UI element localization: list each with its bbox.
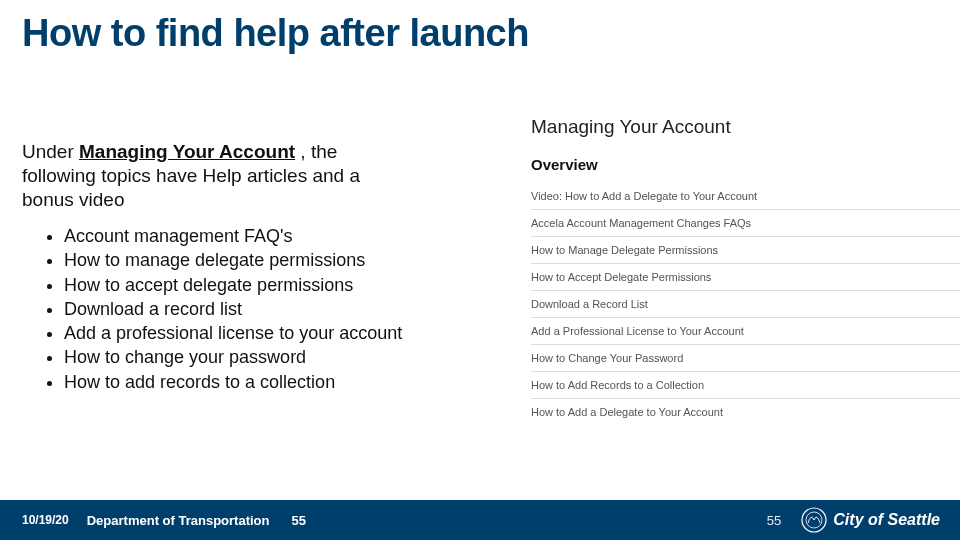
footer-page-right: 55 bbox=[767, 513, 781, 528]
panel-row: How to Add a Delegate to Your Account bbox=[531, 399, 960, 425]
slide: How to find help after launch Under Mana… bbox=[0, 0, 960, 540]
list-item: How to manage delegate permissions bbox=[64, 248, 418, 272]
panel-row: Accela Account Management Changes FAQs bbox=[531, 210, 960, 237]
panel-row: Download a Record List bbox=[531, 291, 960, 318]
panel-row: How to Accept Delegate Permissions bbox=[531, 264, 960, 291]
panel-row: Video: How to Add a Delegate to Your Acc… bbox=[531, 183, 960, 210]
city-logo: City of Seattle bbox=[801, 507, 940, 533]
list-item: Download a record list bbox=[64, 297, 418, 321]
panel-row: How to Add Records to a Collection bbox=[531, 372, 960, 399]
panel-overview: Overview bbox=[531, 156, 960, 173]
footer-department: Department of Transportation bbox=[87, 513, 270, 528]
list-item: Account management FAQ's bbox=[64, 224, 418, 248]
intro-link: Managing Your Account bbox=[79, 141, 295, 162]
panel-row: How to Manage Delegate Permissions bbox=[531, 237, 960, 264]
slide-title: How to find help after launch bbox=[22, 14, 529, 54]
seal-icon bbox=[801, 507, 827, 533]
help-panel: Managing Your Account Overview Video: Ho… bbox=[530, 108, 960, 488]
footer-date: 10/19/20 bbox=[22, 513, 69, 527]
list-item: How to add records to a collection bbox=[64, 370, 418, 394]
logo-text: City of Seattle bbox=[833, 511, 940, 529]
footer-page: 55 bbox=[291, 513, 305, 528]
list-item: Add a professional license to your accou… bbox=[64, 321, 418, 345]
panel-header: Managing Your Account bbox=[531, 116, 960, 138]
panel-row: How to Change Your Password bbox=[531, 345, 960, 372]
intro-text: Under Managing Your Account , the follow… bbox=[22, 140, 382, 211]
intro-pre: Under bbox=[22, 141, 79, 162]
panel-row: Add a Professional License to Your Accou… bbox=[531, 318, 960, 345]
footer-bar: 10/19/20 Department of Transportation 55… bbox=[0, 500, 960, 540]
list-item: How to change your password bbox=[64, 345, 418, 369]
list-item: How to accept delegate permissions bbox=[64, 273, 418, 297]
bullet-list: Account management FAQ's How to manage d… bbox=[48, 224, 418, 394]
